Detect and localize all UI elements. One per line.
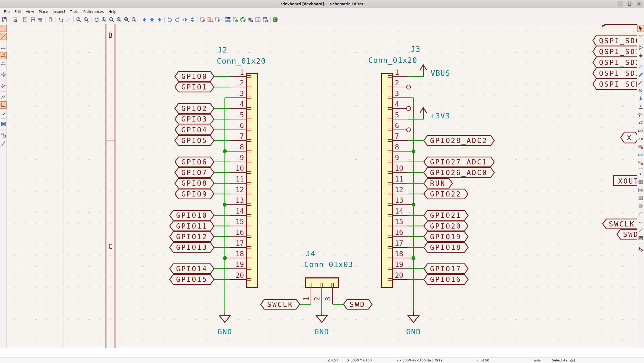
no-connect-marker[interactable] [407, 106, 411, 110]
mirror-h-button[interactable] [181, 16, 188, 23]
delete-tool-button[interactable] [638, 246, 644, 252]
nav-up-button[interactable] [148, 16, 155, 23]
crosshair-cursor-button[interactable] [0, 72, 6, 78]
symbol-body[interactable] [381, 73, 392, 287]
global-label[interactable]: GPIO13 [170, 243, 214, 252]
highlight-net-button[interactable] [638, 33, 644, 40]
menu-view[interactable]: View [24, 9, 36, 15]
global-label[interactable]: GPIO12 [170, 232, 214, 241]
global-label[interactable]: GPIO19 [424, 232, 468, 241]
pin[interactable] [388, 129, 392, 131]
pin[interactable] [247, 75, 251, 77]
global-label[interactable]: GPIO17 [424, 264, 468, 274]
units-mm-button[interactable]: mm [0, 61, 6, 67]
global-label[interactable]: GPIO28_ADC2 [424, 135, 494, 145]
add-junction-button[interactable] [638, 96, 644, 102]
junction[interactable] [223, 149, 227, 153]
global-label[interactable]: GPIO7 [175, 168, 214, 177]
nav-right-button[interactable] [156, 16, 163, 23]
add-text-button[interactable]: T [638, 171, 644, 177]
global-label[interactable]: GPIO9 [175, 189, 214, 199]
global-label[interactable]: GPIO4 [175, 125, 214, 135]
global-label[interactable]: GPIO21 [424, 210, 468, 220]
draw-rect-button[interactable] [638, 195, 644, 201]
gnd-label[interactable]: GND [406, 327, 421, 336]
pin[interactable] [247, 193, 251, 195]
open-pcb-button[interactable] [272, 16, 279, 23]
pin[interactable] [247, 129, 251, 131]
pin[interactable] [247, 268, 251, 270]
pin[interactable] [247, 108, 251, 109]
power-label[interactable]: VBUS [431, 69, 450, 78]
global-label[interactable]: QSPI_SD0 [593, 35, 637, 46]
junction[interactable] [223, 203, 227, 207]
nav-left-button[interactable] [141, 16, 148, 23]
draw-circle-button[interactable] [638, 203, 644, 209]
free-angle-wire-button[interactable] [0, 94, 6, 100]
global-label[interactable]: SWD [343, 299, 372, 309]
global-label[interactable]: QSPI_SD1 [593, 46, 637, 57]
reference[interactable]: J4 [306, 249, 316, 258]
pin[interactable] [388, 204, 392, 206]
pin[interactable] [388, 182, 392, 184]
pin[interactable] [247, 182, 251, 184]
schematic-svg[interactable]: BCJ2Conn_01x2012345678910111213141516171… [7, 24, 637, 348]
zoom-objects-button[interactable] [123, 16, 130, 23]
global-label[interactable]: GPIO5 [175, 135, 214, 145]
zoom-fit-button[interactable] [116, 16, 122, 23]
pin[interactable] [310, 283, 312, 287]
add-image-button[interactable] [638, 235, 644, 241]
schematic-canvas[interactable]: BCJ2Conn_01x2012345678910111213141516171… [7, 24, 637, 348]
no-connect-button[interactable] [638, 88, 644, 94]
zoom-out-button[interactable] [108, 16, 115, 23]
paste-button[interactable] [47, 16, 54, 23]
pin[interactable] [388, 172, 392, 173]
pin[interactable] [247, 257, 251, 259]
pin[interactable] [247, 140, 251, 141]
global-label[interactable]: GPIO6 [175, 157, 214, 167]
pin[interactable] [388, 193, 392, 195]
grid-dots-diag-button[interactable] [0, 33, 6, 40]
global-label[interactable]: GPIO27_ADC1 [424, 157, 494, 167]
tools-button[interactable] [0, 140, 6, 146]
bom-button[interactable]: bom [262, 16, 269, 23]
save-button[interactable] [1, 16, 8, 23]
global-label[interactable]: GPIO15 [170, 275, 214, 284]
value[interactable]: Conn_01x03 [304, 260, 353, 269]
global-label[interactable]: X [621, 132, 637, 143]
edit-table-button[interactable] [254, 16, 261, 23]
symbol-body[interactable] [247, 73, 258, 287]
connector-j2[interactable]: J2Conn_01x201234567891011121314151617181… [214, 46, 266, 287]
reference[interactable]: J3 [411, 45, 420, 54]
global-label[interactable]: QSPI_SD3 [593, 68, 637, 79]
no-connect-marker[interactable] [407, 85, 411, 89]
connector-j3[interactable]: J3Conn_01x201234567891011121314151617181… [368, 45, 424, 287]
no-connect-marker[interactable] [407, 128, 411, 132]
gnd-symbol[interactable] [219, 316, 230, 322]
edge-box-label[interactable]: XOUT [614, 175, 637, 186]
zoom-selection-button[interactable] [131, 16, 137, 23]
power-label[interactable]: +3V3 [431, 111, 450, 120]
hier-label-button[interactable]: A [638, 136, 644, 142]
maximize-button[interactable]: □ [626, 1, 633, 7]
add-power-button[interactable] [638, 52, 644, 59]
menu-tools[interactable]: Tools [68, 9, 81, 15]
rotate-ccw-button[interactable] [166, 16, 173, 23]
refresh-button[interactable] [93, 16, 100, 23]
annotate-button[interactable]: R??R42 [224, 16, 231, 23]
pin[interactable] [388, 278, 392, 280]
pin[interactable] [247, 86, 251, 88]
pin[interactable] [388, 214, 392, 216]
junction[interactable] [412, 203, 416, 207]
draw-arc-button[interactable] [638, 211, 644, 217]
connector-j4[interactable]: J4Conn_01x03123 [302, 249, 353, 301]
minimize-button[interactable]: – [617, 1, 623, 7]
pin[interactable] [388, 75, 392, 77]
pin[interactable] [247, 246, 251, 248]
redo-button[interactable] [65, 16, 72, 23]
global-label[interactable]: SWCLK [261, 299, 300, 309]
gnd-symbol[interactable] [408, 316, 419, 322]
gnd-label[interactable]: GND [218, 327, 232, 336]
edit-footprint-button[interactable] [214, 16, 221, 23]
global-label[interactable]: GPIO11 [170, 221, 214, 231]
